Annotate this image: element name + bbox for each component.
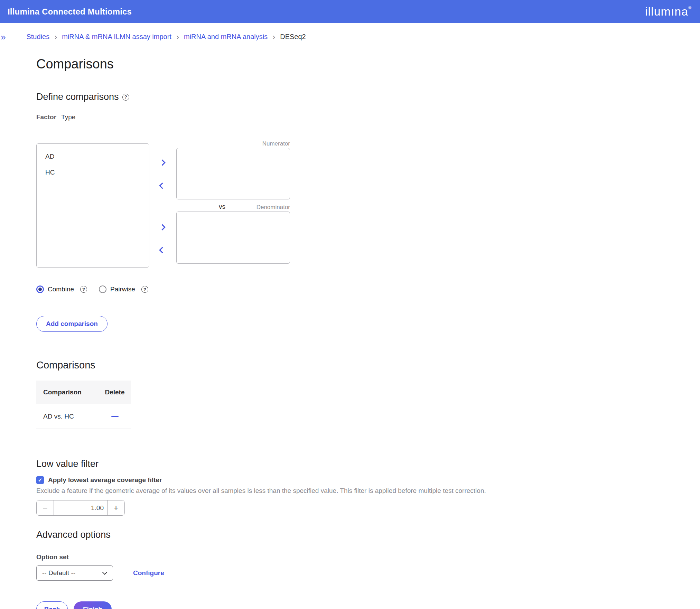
breadcrumb: » Studies › miRNA & mRNA ILMN assay impo…	[0, 33, 700, 41]
pairwise-radio[interactable]	[99, 285, 106, 293]
advanced-options-heading: Advanced options	[36, 530, 687, 540]
section-divider	[36, 130, 687, 130]
move-to-numerator-icon[interactable]	[159, 159, 165, 166]
vs-label: vs	[219, 203, 225, 210]
breadcrumb-assay-import[interactable]: miRNA & mRNA ILMN assay import	[62, 33, 171, 41]
chevron-right-icon: ›	[176, 34, 179, 40]
transfer-widget: AD HC Numerator vs Denominator	[36, 143, 687, 268]
filter-value-input[interactable]: 1.00	[54, 500, 108, 515]
registered-mark: ®	[688, 6, 692, 10]
coverage-filter-description: Exclude a feature if the geometric avera…	[36, 487, 687, 495]
breadcrumb-studies[interactable]: Studies	[26, 33, 49, 41]
list-item-hc[interactable]: HC	[37, 165, 149, 180]
low-value-filter-heading: Low value filter	[36, 459, 687, 469]
coverage-filter-checkbox[interactable]: ✓	[36, 476, 44, 484]
page-title: Comparisons	[36, 57, 687, 72]
filter-value-stepper: − 1.00 +	[36, 500, 125, 516]
factor-label: Factor	[36, 113, 56, 121]
table-header-row: Comparison Delete	[36, 381, 131, 404]
list-item-ad[interactable]: AD	[37, 149, 149, 165]
factor-value: Type	[61, 113, 75, 121]
column-header-comparison: Comparison	[36, 388, 99, 396]
remove-from-denominator-icon[interactable]	[159, 247, 165, 253]
move-to-denominator-icon[interactable]	[159, 224, 165, 230]
denominator-list[interactable]	[176, 212, 290, 264]
configure-link[interactable]: Configure	[133, 569, 164, 577]
back-button[interactable]: Back	[36, 601, 68, 609]
combine-radio[interactable]	[36, 285, 44, 293]
sidebar-expand-icon[interactable]: »	[1, 34, 6, 40]
pairwise-help-icon[interactable]: ?	[141, 286, 148, 293]
help-icon[interactable]: ?	[122, 94, 129, 101]
finish-button[interactable]: Finish	[74, 601, 112, 609]
illumina-logo: illumına®	[645, 5, 692, 18]
numerator-list[interactable]	[176, 148, 290, 199]
app-title: Illumina Connected Multiomics	[8, 7, 132, 17]
denominator-label: Denominator	[256, 204, 290, 211]
combine-help-icon[interactable]: ?	[80, 286, 87, 293]
factor-row: Factor Type	[36, 113, 687, 121]
numerator-label: Numerator	[176, 140, 290, 147]
define-comparisons-heading: Define comparisons	[36, 92, 119, 102]
breadcrumb-analysis[interactable]: miRNA and mRNA analysis	[184, 33, 268, 41]
app-header: Illumina Connected Multiomics illumına®	[0, 0, 700, 23]
comparisons-table: Comparison Delete AD vs. HC	[36, 381, 131, 429]
remove-from-numerator-icon[interactable]	[159, 182, 165, 189]
comparisons-heading: Comparisons	[36, 359, 687, 371]
coverage-filter-checkbox-label[interactable]: Apply lowest average coverage filter	[48, 476, 162, 484]
pairwise-radio-label[interactable]: Pairwise	[110, 285, 135, 293]
table-row: AD vs. HC	[36, 404, 131, 429]
option-set-selected-value: -- Default --	[42, 569, 75, 577]
chevron-down-icon	[102, 570, 107, 574]
comparison-mode-radios: Combine ? Pairwise ?	[36, 285, 687, 293]
decrement-button[interactable]: −	[37, 500, 54, 515]
source-group-list: AD HC	[36, 143, 149, 268]
delete-comparison-button[interactable]	[111, 416, 119, 417]
increment-button[interactable]: +	[108, 500, 124, 515]
radio-dot	[38, 288, 42, 291]
option-set-label: Option set	[36, 553, 687, 561]
option-set-select[interactable]: -- Default --	[36, 565, 113, 581]
breadcrumb-current-deseq2: DESeq2	[280, 33, 306, 41]
transfer-arrows	[149, 143, 176, 268]
chevron-right-icon: ›	[54, 34, 57, 40]
chevron-right-icon: ›	[272, 34, 275, 40]
column-header-delete: Delete	[99, 388, 131, 396]
add-comparison-button[interactable]: Add comparison	[36, 316, 108, 332]
comparison-name: AD vs. HC	[36, 413, 99, 420]
illumina-logo-text: illumına	[645, 5, 688, 18]
combine-radio-label[interactable]: Combine	[48, 285, 74, 293]
